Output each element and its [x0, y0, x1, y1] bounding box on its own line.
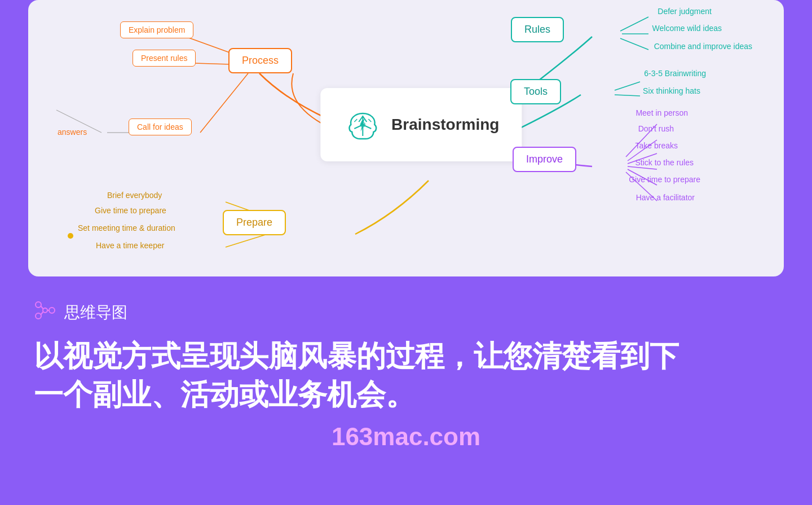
center-title: Brainstorming — [391, 116, 499, 134]
time-keeper: Have a time keeper — [96, 241, 164, 250]
facilitator: Have a facilitator — [636, 193, 695, 202]
take-breaks: Take breaks — [636, 141, 678, 150]
brief-everybody: Brief everybody — [107, 191, 162, 200]
svg-point-1 — [36, 302, 41, 308]
svg-point-3 — [49, 308, 55, 313]
brain-icon — [343, 105, 382, 144]
answers-text: answers — [58, 128, 87, 137]
call-for-ideas-node: Call for ideas — [129, 118, 192, 135]
six-hats: Six thinking hats — [643, 86, 700, 95]
tagline-line1: 以视觉方式呈现头脑风暴的过程，让您清楚看到下 — [34, 337, 778, 376]
rules-node: Rules — [511, 17, 564, 42]
explain-problem-node: Explain problem — [120, 21, 193, 38]
tagline-line2: 一个副业、活动或业务机会。 — [34, 376, 778, 414]
meeting-time: Set meeting time & duration — [78, 223, 175, 232]
svg-line-5 — [41, 306, 43, 309]
defer-judgment: Defer judgment — [657, 7, 712, 16]
tools-node: Tools — [510, 79, 561, 104]
website-link: 163mac.com — [34, 423, 778, 451]
app-name: 思维导图 — [64, 302, 127, 323]
mindmap-canvas: Brainstorming Process Explain problem Pr… — [28, 0, 784, 276]
prepare-dot — [68, 233, 73, 239]
meet-person: Meet in person — [636, 108, 688, 117]
present-rules-node: Present rules — [133, 50, 196, 67]
combine-improve: Combine and improve ideas — [654, 42, 752, 51]
mindmap-container: Brainstorming Process Explain problem Pr… — [28, 0, 784, 276]
svg-point-2 — [36, 313, 41, 319]
center-node: Brainstorming — [320, 88, 522, 161]
svg-line-6 — [41, 311, 43, 315]
dont-rush: Don't rush — [638, 124, 674, 133]
improve-node: Improve — [513, 147, 576, 172]
process-node: Process — [228, 48, 292, 73]
app-label: 思维导图 — [34, 299, 778, 326]
welcome-wild: Welcome wild ideas — [652, 24, 722, 33]
mindmap-app-icon — [34, 299, 56, 326]
bottom-section: 思维导图 以视觉方式呈现头脑风暴的过程，让您清楚看到下 一个副业、活动或业务机会… — [0, 276, 812, 468]
give-time: Give time to prepare — [629, 175, 700, 184]
tagline: 以视觉方式呈现头脑风暴的过程，让您清楚看到下 一个副业、活动或业务机会。 — [34, 337, 778, 414]
give-time-prepare: Give time to prepare — [95, 206, 166, 215]
stick-rules: Stick to the rules — [636, 158, 694, 167]
prepare-node: Prepare — [223, 210, 286, 235]
brainwriting: 6-3-5 Brainwriting — [644, 69, 706, 78]
